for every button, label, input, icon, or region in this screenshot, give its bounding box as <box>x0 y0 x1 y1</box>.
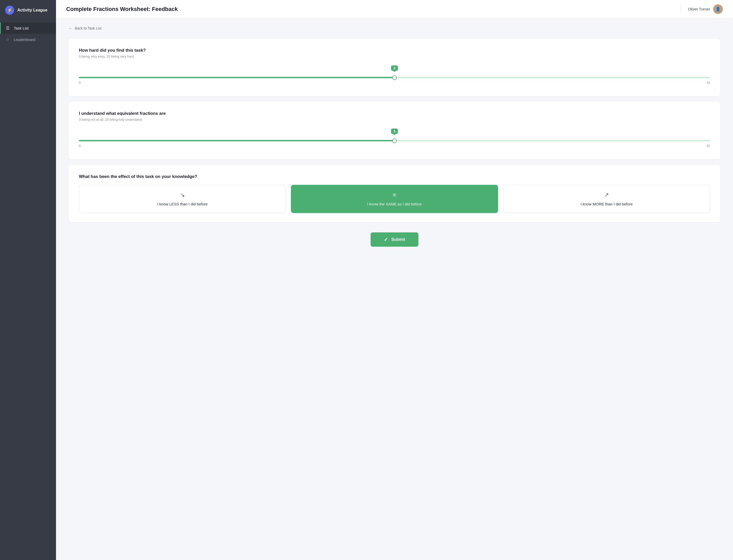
knowledge-options: ↘ I know LESS than I did before ≡ I know… <box>79 185 710 213</box>
sidebar-item-leaderboard[interactable]: ○ Leaderboard <box>0 34 56 45</box>
main-content: Complete Fractions Worksheet: Feedback O… <box>56 0 733 560</box>
question2-title: I understand what equivalent fractions a… <box>79 111 710 116</box>
less-icon: ↘ <box>180 192 185 198</box>
avatar: 👤 <box>713 4 723 14</box>
leaderboard-icon: ○ <box>5 37 10 42</box>
knowledge-option-less[interactable]: ↘ I know LESS than I did before <box>79 185 286 213</box>
header: Complete Fractions Worksheet: Feedback O… <box>56 0 733 18</box>
sidebar-logo[interactable]: ⚡ Activity League <box>0 0 56 20</box>
sidebar-logo-text: Activity League <box>17 8 47 12</box>
question2-section: I understand what equivalent fractions a… <box>69 102 720 159</box>
sidebar-item-label-task-list: Task List <box>14 26 29 30</box>
back-link-label: Back to Task List <box>75 26 102 30</box>
question2-subtitle: 0 being not at all, 10 being fully under… <box>79 118 710 121</box>
question2-labels: 0 10 <box>79 144 710 148</box>
user-profile: Oliver Turner 👤 <box>680 4 723 14</box>
more-label: I know MORE than I did before <box>581 202 633 206</box>
question1-labels: 0 10 <box>79 81 710 85</box>
question1-section: How hard did you find this task? 0 being… <box>69 39 720 96</box>
same-label: I know the SAME as I did before <box>367 202 422 206</box>
more-icon: ↗ <box>604 192 609 198</box>
question1-max-label: 10 <box>707 81 710 85</box>
sidebar: ⚡ Activity League ☰ Task List ○ Leaderbo… <box>0 0 56 560</box>
logo-icon: ⚡ <box>5 6 14 15</box>
submit-area: ✓ Submit <box>69 232 720 247</box>
question1-slider[interactable] <box>79 77 710 78</box>
knowledge-option-more[interactable]: ↗ I know MORE than I did before <box>503 185 710 213</box>
question2-slider[interactable] <box>79 140 710 141</box>
user-name: Oliver Turner <box>688 7 710 11</box>
page-title: Complete Fractions Worksheet: Feedback <box>66 6 178 12</box>
question1-slider-container: 5 0 10 <box>79 65 710 85</box>
question3-title: What has been the effect of this task on… <box>79 174 710 179</box>
back-to-task-list-link[interactable]: ← Back to Task List <box>69 26 720 31</box>
same-icon: ≡ <box>393 192 396 198</box>
less-label: I know LESS than I did before <box>157 202 207 206</box>
sidebar-item-task-list[interactable]: ☰ Task List <box>0 22 56 34</box>
task-list-icon: ☰ <box>5 26 10 31</box>
sidebar-item-label-leaderboard: Leaderboard <box>14 37 35 42</box>
question2-slider-container: 5 0 10 <box>79 129 710 148</box>
sidebar-navigation: ☰ Task List ○ Leaderboard <box>0 22 56 45</box>
question2-max-label: 10 <box>707 144 710 148</box>
question2-tooltip: 5 <box>391 129 398 134</box>
submit-button[interactable]: ✓ Submit <box>371 232 418 247</box>
back-arrow-icon: ← <box>69 26 73 31</box>
question1-title: How hard did you find this task? <box>79 48 710 53</box>
submit-label: Submit <box>391 237 405 242</box>
question2-min-label: 0 <box>79 144 81 148</box>
knowledge-option-same[interactable]: ≡ I know the SAME as I did before <box>291 185 498 213</box>
question1-tooltip: 5 <box>391 65 398 71</box>
submit-icon: ✓ <box>384 236 388 243</box>
question3-section: What has been the effect of this task on… <box>69 165 720 222</box>
question1-min-label: 0 <box>79 81 81 85</box>
content-area: ← Back to Task List How hard did you fin… <box>56 18 733 560</box>
question1-subtitle: 0 being very easy, 10 being very hard <box>79 54 710 58</box>
